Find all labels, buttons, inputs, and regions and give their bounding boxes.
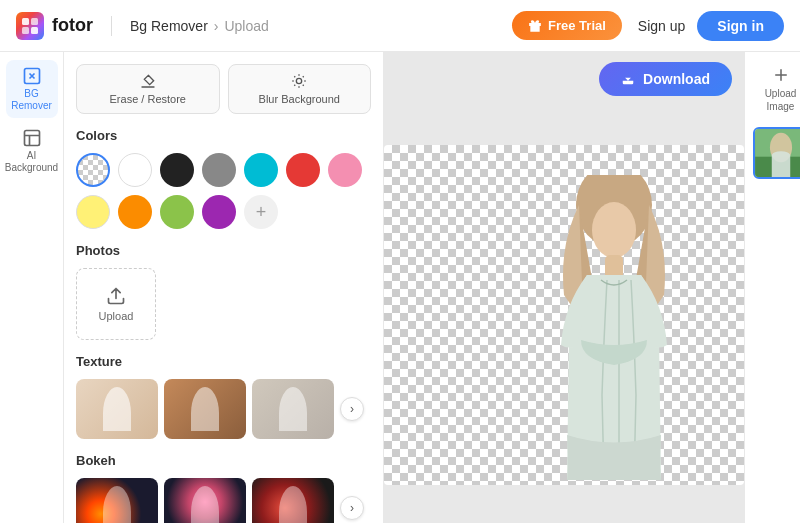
upload-image-label: UploadImage xyxy=(765,87,797,113)
photos-section: Photos Upload xyxy=(76,243,371,340)
free-trial-label: Free Trial xyxy=(548,18,606,33)
free-trial-button[interactable]: Free Trial xyxy=(512,11,622,40)
color-black[interactable] xyxy=(160,153,194,187)
header-divider xyxy=(111,16,112,36)
color-purple[interactable] xyxy=(202,195,236,229)
right-panel: UploadImage xyxy=(744,52,800,523)
signin-button[interactable]: Sign in xyxy=(697,11,784,41)
texture-figure-1 xyxy=(76,379,158,439)
sidebar-icons: BGRemover AIBackground xyxy=(0,52,64,523)
upload-icon xyxy=(106,286,126,306)
colors-title: Colors xyxy=(76,128,371,143)
color-red[interactable] xyxy=(286,153,320,187)
logo-text: fotor xyxy=(52,15,93,36)
signup-button[interactable]: Sign up xyxy=(638,18,685,34)
bokeh-thumb-2[interactable] xyxy=(164,478,246,523)
color-gray[interactable] xyxy=(202,153,236,187)
bokeh-title: Bokeh xyxy=(76,453,371,468)
color-green[interactable] xyxy=(160,195,194,229)
image-thumbnail[interactable] xyxy=(753,127,801,179)
tab-blur-label: Blur Background xyxy=(259,93,340,105)
sidebar-ai-background-label: AIBackground xyxy=(5,150,58,174)
sidebar-bg-remover-label: BGRemover xyxy=(11,88,52,112)
svg-point-6 xyxy=(297,78,302,83)
breadcrumb-app: Bg Remover xyxy=(130,18,208,34)
upload-image-button[interactable]: UploadImage xyxy=(753,60,801,119)
erase-icon xyxy=(140,73,156,89)
texture-section: Texture › xyxy=(76,354,371,439)
svg-rect-0 xyxy=(22,18,29,25)
woman-svg xyxy=(519,175,709,485)
svg-rect-2 xyxy=(22,27,29,34)
tool-panel: Erase / Restore Blur Background Colors xyxy=(64,52,384,523)
texture-figure-3 xyxy=(252,379,334,439)
texture-thumb-3[interactable] xyxy=(252,379,334,439)
texture-row: › xyxy=(76,379,371,439)
download-label: Download xyxy=(643,71,710,87)
canvas-wrapper xyxy=(384,106,744,523)
tab-erase-restore[interactable]: Erase / Restore xyxy=(76,64,220,114)
svg-point-8 xyxy=(592,202,636,258)
ai-background-icon xyxy=(22,128,42,148)
canvas-subject xyxy=(514,165,714,485)
color-yellow[interactable] xyxy=(76,195,110,229)
sidebar-item-ai-background[interactable]: AIBackground xyxy=(6,122,58,180)
photos-upload-box[interactable]: Upload xyxy=(76,268,156,340)
texture-figure-2 xyxy=(164,379,246,439)
tab-erase-label: Erase / Restore xyxy=(110,93,186,105)
bokeh-section: Bokeh › xyxy=(76,453,371,523)
breadcrumb-separator: › xyxy=(214,18,219,34)
bokeh-row: › xyxy=(76,478,371,523)
bg-remover-icon xyxy=(22,66,42,86)
canvas-toolbar: Download xyxy=(384,52,744,106)
color-white[interactable] xyxy=(118,153,152,187)
texture-next-button[interactable]: › xyxy=(340,397,364,421)
tab-blur-background[interactable]: Blur Background xyxy=(228,64,372,114)
thumbnail-svg xyxy=(755,129,801,177)
bokeh-figure-2 xyxy=(164,478,246,523)
color-cyan[interactable] xyxy=(244,153,278,187)
thumbnail-inner xyxy=(755,129,801,177)
color-plus-button[interactable]: + xyxy=(244,195,278,229)
fotor-logo-icon xyxy=(16,12,44,40)
svg-rect-1 xyxy=(31,18,38,25)
svg-rect-5 xyxy=(24,131,39,146)
bokeh-figure-1 xyxy=(76,478,158,523)
photos-title: Photos xyxy=(76,243,371,258)
bokeh-thumb-1[interactable] xyxy=(76,478,158,523)
texture-title: Texture xyxy=(76,354,371,369)
colors-section: Colors + xyxy=(76,128,371,229)
breadcrumb-sub: Upload xyxy=(224,18,268,34)
bokeh-next-button[interactable]: › xyxy=(340,496,364,520)
header: fotor Bg Remover › Upload Free Trial Sig… xyxy=(0,0,800,52)
canvas-area: Download xyxy=(384,52,744,523)
upload-label: Upload xyxy=(99,310,134,322)
breadcrumb: Bg Remover › Upload xyxy=(130,18,269,34)
color-transparent[interactable] xyxy=(76,153,110,187)
bokeh-thumb-3[interactable] xyxy=(252,478,334,523)
download-button[interactable]: Download xyxy=(599,62,732,96)
tool-tabs: Erase / Restore Blur Background xyxy=(76,64,371,114)
sidebar-item-bg-remover[interactable]: BGRemover xyxy=(6,60,58,118)
canvas-background xyxy=(384,145,744,485)
color-orange[interactable] xyxy=(118,195,152,229)
bokeh-figure-3 xyxy=(252,478,334,523)
plus-icon xyxy=(772,66,790,84)
blur-icon xyxy=(291,73,307,89)
logo-area: fotor Bg Remover › Upload xyxy=(16,12,269,40)
download-icon xyxy=(621,72,635,86)
texture-thumb-1[interactable] xyxy=(76,379,158,439)
colors-grid: + xyxy=(76,153,371,229)
main-layout: BGRemover AIBackground Erase / Restore xyxy=(0,52,800,523)
texture-thumb-2[interactable] xyxy=(164,379,246,439)
gift-icon xyxy=(528,19,542,33)
svg-rect-3 xyxy=(31,27,38,34)
color-pink[interactable] xyxy=(328,153,362,187)
